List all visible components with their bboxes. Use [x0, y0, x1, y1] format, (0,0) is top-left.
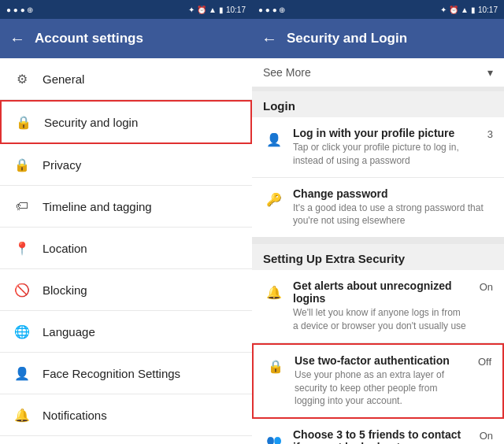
timeline-icon: 🏷 — [11, 195, 33, 217]
sidebar-item-label-face-recognition: Face Recognition Settings — [43, 367, 180, 380]
sidebar-item-privacy[interactable]: 🔒Privacy — [0, 144, 252, 186]
setting-content-change-password: Change passwordIt's a good idea to use a… — [293, 187, 493, 228]
right-header: ← Security and Login — [252, 19, 504, 58]
section-header-login: Login — [252, 91, 504, 117]
profile-picture-login-icon: 👤 — [263, 128, 285, 150]
face-recognition-icon: 👤 — [11, 362, 33, 384]
network-icons: ● ● ● ⊕ — [6, 6, 33, 14]
left-header-title: Account settings — [35, 31, 143, 46]
sidebar-item-label-security: Security and login — [44, 116, 138, 129]
section-header-extra-security: Setting Up Extra Security — [252, 244, 504, 270]
setting-item-unrecognized-logins[interactable]: 🔔Get alerts about unrecognized loginsWe'… — [252, 270, 504, 343]
alarm-icon: ⏰ — [197, 6, 206, 14]
setting-desc-unrecognized-logins: We'll let you know if anyone logs in fro… — [293, 306, 469, 333]
setting-content-trusted-contacts: Choose 3 to 5 friends to contact if you … — [293, 428, 469, 444]
sidebar-item-label-location: Location — [43, 242, 87, 255]
blocking-icon: 🚫 — [11, 279, 33, 301]
sidebar-item-notifications[interactable]: 🔔Notifications — [0, 394, 252, 436]
setting-title-two-factor-auth: Use two-factor authentication — [295, 354, 467, 367]
setting-title-change-password: Change password — [293, 187, 493, 200]
setting-title-profile-picture-login: Log in with your profile picture — [293, 127, 476, 139]
setting-title-unrecognized-logins: Get alerts about unrecognized logins — [293, 279, 469, 305]
setting-status-unrecognized-logins: On — [480, 279, 493, 293]
sidebar-item-blocking[interactable]: 🚫Blocking — [0, 269, 252, 311]
right-alarm-icon: ⏰ — [449, 6, 458, 14]
language-icon: 🌐 — [11, 320, 33, 342]
sidebar-item-security[interactable]: 🔒Security and login — [0, 100, 252, 144]
sidebar-item-general[interactable]: ⚙General — [0, 58, 252, 100]
section-gap-1 — [252, 238, 504, 244]
setting-status-two-factor-auth: Off — [478, 354, 491, 368]
unrecognized-logins-icon: 🔔 — [263, 281, 285, 303]
sidebar-item-text-messaging[interactable]: 💬Text Messaging — [0, 436, 252, 444]
left-time: 10:17 — [226, 6, 246, 14]
setting-content-two-factor-auth: Use two-factor authenticationUse your ph… — [295, 354, 467, 408]
notifications-icon: 🔔 — [11, 404, 33, 426]
right-signal-icon: ▲ — [461, 6, 469, 14]
setting-item-profile-picture-login[interactable]: 👤Log in with your profile pictureTap or … — [252, 117, 504, 178]
trusted-contacts-icon: 👥 — [263, 430, 285, 444]
sidebar-item-label-privacy: Privacy — [43, 158, 81, 172]
privacy-icon: 🔒 — [11, 154, 33, 176]
setting-status-trusted-contacts: On — [480, 428, 493, 442]
setting-desc-change-password: It's a good idea to use a strong passwor… — [293, 202, 493, 228]
bt-icon: ✦ — [188, 6, 195, 14]
right-status-bar: ● ● ● ⊕ ✦ ⏰ ▲ ▮ 10:17 — [252, 0, 504, 19]
right-bt-icon: ✦ — [440, 6, 447, 14]
setting-item-trusted-contacts[interactable]: 👥Choose 3 to 5 friends to contact if you… — [252, 419, 504, 444]
location-icon: 📍 — [11, 237, 33, 259]
right-header-title: Security and Login — [287, 31, 407, 46]
right-battery-icon: ▮ — [471, 6, 476, 14]
right-time: 10:17 — [478, 6, 498, 14]
security-icon: 🔒 — [13, 111, 35, 133]
left-status-bar: ● ● ● ⊕ ✦ ⏰ ▲ ▮ 10:17 — [0, 0, 252, 19]
setting-item-two-factor-auth[interactable]: 🔒Use two-factor authenticationUse your p… — [252, 343, 504, 419]
setting-desc-profile-picture-login: Tap or click your profile picture to log… — [293, 141, 476, 168]
left-panel: ● ● ● ⊕ ✦ ⏰ ▲ ▮ 10:17 ← Account settings… — [0, 0, 252, 444]
battery-icon: ▮ — [219, 6, 224, 14]
left-menu-list: ⚙General🔒Security and login🔒Privacy🏷Time… — [0, 58, 252, 444]
sidebar-item-face-recognition[interactable]: 👤Face Recognition Settings — [0, 353, 252, 394]
setting-content-profile-picture-login: Log in with your profile pictureTap or c… — [293, 127, 476, 168]
left-back-button[interactable]: ← — [9, 30, 25, 48]
two-factor-auth-icon: 🔒 — [265, 356, 287, 378]
setting-item-change-password[interactable]: 🔑Change passwordIt's a good idea to use … — [252, 178, 504, 239]
sidebar-item-label-notifications: Notifications — [43, 409, 107, 422]
sidebar-item-label-language: Language — [43, 325, 95, 339]
setting-title-trusted-contacts: Choose 3 to 5 friends to contact if you … — [293, 428, 469, 444]
see-more-label: See More — [263, 66, 311, 79]
left-header: ← Account settings — [0, 19, 252, 58]
setting-content-unrecognized-logins: Get alerts about unrecognized loginsWe'l… — [293, 279, 469, 333]
sidebar-item-language[interactable]: 🌐Language — [0, 311, 252, 353]
see-more-bar[interactable]: See More ▾ — [252, 58, 504, 91]
right-network-icons: ● ● ● ⊕ — [258, 6, 285, 14]
right-panel: ● ● ● ⊕ ✦ ⏰ ▲ ▮ 10:17 ← Security and Log… — [252, 0, 504, 444]
setting-status-profile-picture-login: 3 — [487, 127, 493, 140]
status-icons-right: ✦ ⏰ ▲ ▮ 10:17 — [188, 6, 246, 14]
right-back-button[interactable]: ← — [261, 30, 277, 48]
right-settings-list: See More ▾ Login👤Log in with your profil… — [252, 58, 504, 444]
sidebar-item-timeline[interactable]: 🏷Timeline and tagging — [0, 186, 252, 228]
setting-desc-two-factor-auth: Use your phone as an extra layer of secu… — [295, 368, 467, 408]
change-password-icon: 🔑 — [263, 189, 285, 211]
status-icons-left: ● ● ● ⊕ — [6, 6, 33, 14]
sidebar-item-label-timeline: Timeline and tagging — [43, 200, 152, 213]
right-status-icons-left: ● ● ● ⊕ — [258, 6, 285, 14]
sidebar-item-location[interactable]: 📍Location — [0, 228, 252, 269]
right-status-icons-right: ✦ ⏰ ▲ ▮ 10:17 — [440, 6, 498, 14]
sidebar-item-label-blocking: Blocking — [43, 283, 87, 297]
sidebar-item-label-general: General — [43, 72, 84, 86]
signal-icon: ▲ — [209, 6, 217, 14]
chevron-down-icon: ▾ — [487, 66, 493, 79]
general-icon: ⚙ — [11, 68, 33, 90]
